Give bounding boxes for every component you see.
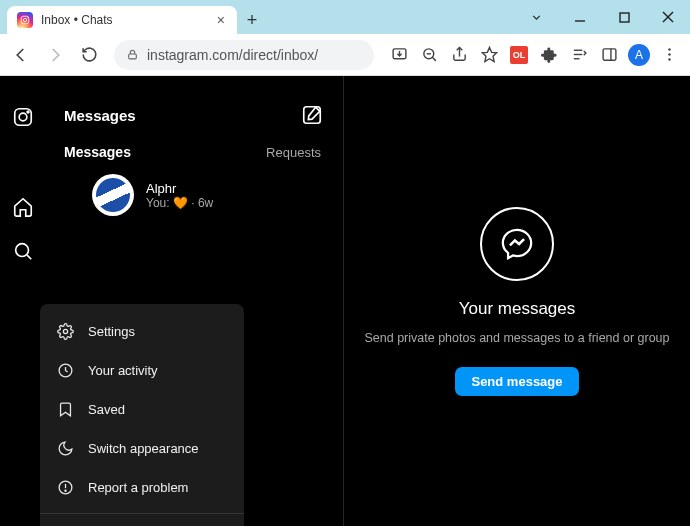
app-content: Messages Messages Requests Alphr You: 🧡 … bbox=[0, 76, 690, 526]
menu-settings-label: Settings bbox=[88, 324, 135, 339]
install-app-icon[interactable] bbox=[384, 40, 414, 70]
svg-point-21 bbox=[668, 53, 670, 55]
svg-line-11 bbox=[432, 57, 436, 61]
conversation-avatar bbox=[92, 174, 134, 216]
menu-saved[interactable]: Saved bbox=[40, 390, 244, 429]
menu-activity-label: Your activity bbox=[88, 363, 158, 378]
bookmark-icon bbox=[56, 401, 74, 418]
messages-heading: Messages bbox=[64, 107, 136, 124]
empty-title: Your messages bbox=[459, 299, 576, 319]
svg-rect-7 bbox=[129, 54, 137, 59]
zoom-icon[interactable] bbox=[414, 40, 444, 70]
svg-rect-18 bbox=[603, 49, 616, 60]
conversation-preview: You: 🧡 · 6w bbox=[146, 196, 213, 210]
svg-line-27 bbox=[27, 255, 31, 259]
search-icon[interactable] bbox=[12, 240, 34, 262]
instagram-favicon bbox=[17, 12, 33, 28]
address-bar[interactable]: instagram.com/direct/inbox/ bbox=[114, 40, 374, 70]
svg-point-2 bbox=[27, 17, 28, 18]
browser-tab[interactable]: Inbox • Chats × bbox=[7, 6, 237, 34]
svg-marker-14 bbox=[482, 47, 496, 61]
window-minimize-button[interactable] bbox=[558, 0, 602, 34]
svg-point-24 bbox=[19, 113, 27, 121]
requests-link[interactable]: Requests bbox=[266, 145, 321, 160]
dm-empty-state: Your messages Send private photos and me… bbox=[344, 76, 690, 526]
tab-title: Inbox • Chats bbox=[41, 13, 207, 27]
reload-button[interactable] bbox=[74, 40, 104, 70]
home-icon[interactable] bbox=[12, 196, 34, 218]
menu-switch-accounts[interactable]: Switch accounts bbox=[40, 520, 244, 526]
share-icon[interactable] bbox=[444, 40, 474, 70]
menu-appearance-label: Switch appearance bbox=[88, 441, 199, 456]
bookmark-star-icon[interactable] bbox=[474, 40, 504, 70]
chrome-menu-icon[interactable] bbox=[654, 40, 684, 70]
clock-icon bbox=[56, 362, 74, 379]
svg-point-1 bbox=[23, 18, 26, 21]
messages-sub-label: Messages bbox=[64, 144, 131, 160]
forward-button[interactable] bbox=[40, 40, 70, 70]
svg-point-33 bbox=[64, 490, 65, 491]
reading-list-icon[interactable] bbox=[564, 40, 594, 70]
menu-saved-label: Saved bbox=[88, 402, 125, 417]
empty-subtitle: Send private photos and messages to a fr… bbox=[364, 331, 669, 345]
conversation-item[interactable]: Alphr You: 🧡 · 6w bbox=[0, 160, 343, 216]
svg-point-29 bbox=[63, 329, 67, 333]
svg-point-20 bbox=[668, 48, 670, 50]
svg-rect-4 bbox=[620, 13, 629, 22]
profile-avatar[interactable]: A bbox=[624, 40, 654, 70]
send-message-button[interactable]: Send message bbox=[455, 367, 578, 396]
svg-point-22 bbox=[668, 58, 670, 60]
gear-icon bbox=[56, 323, 74, 340]
close-tab-icon[interactable]: × bbox=[215, 12, 227, 28]
more-menu: Settings Your activity Saved Switch appe… bbox=[40, 304, 244, 526]
extensions-puzzle-icon[interactable] bbox=[534, 40, 564, 70]
compose-icon[interactable] bbox=[301, 104, 323, 126]
window-maximize-button[interactable] bbox=[602, 0, 646, 34]
menu-report[interactable]: Report a problem bbox=[40, 468, 244, 507]
conversation-name: Alphr bbox=[146, 181, 213, 196]
side-panel-icon[interactable] bbox=[594, 40, 624, 70]
url-text: instagram.com/direct/inbox/ bbox=[147, 47, 318, 63]
instagram-logo-icon[interactable] bbox=[12, 106, 34, 128]
menu-divider bbox=[40, 513, 244, 514]
menu-report-label: Report a problem bbox=[88, 480, 188, 495]
svg-point-25 bbox=[27, 111, 29, 113]
extension-ol-icon[interactable]: OL bbox=[504, 40, 534, 70]
browser-toolbar: instagram.com/direct/inbox/ OL A bbox=[0, 34, 690, 76]
menu-settings[interactable]: Settings bbox=[40, 312, 244, 351]
dm-left-panel: Messages Messages Requests Alphr You: 🧡 … bbox=[0, 76, 344, 526]
moon-icon bbox=[56, 440, 74, 457]
window-titlebar: Inbox • Chats × + bbox=[0, 0, 690, 34]
menu-appearance[interactable]: Switch appearance bbox=[40, 429, 244, 468]
messenger-circle-icon bbox=[480, 207, 554, 281]
svg-point-26 bbox=[16, 244, 29, 257]
window-minimize-caret[interactable] bbox=[514, 0, 558, 34]
menu-activity[interactable]: Your activity bbox=[40, 351, 244, 390]
window-close-button[interactable] bbox=[646, 0, 690, 34]
back-button[interactable] bbox=[6, 40, 36, 70]
new-tab-button[interactable]: + bbox=[237, 6, 267, 34]
lock-icon bbox=[126, 48, 139, 61]
report-icon bbox=[56, 479, 74, 496]
